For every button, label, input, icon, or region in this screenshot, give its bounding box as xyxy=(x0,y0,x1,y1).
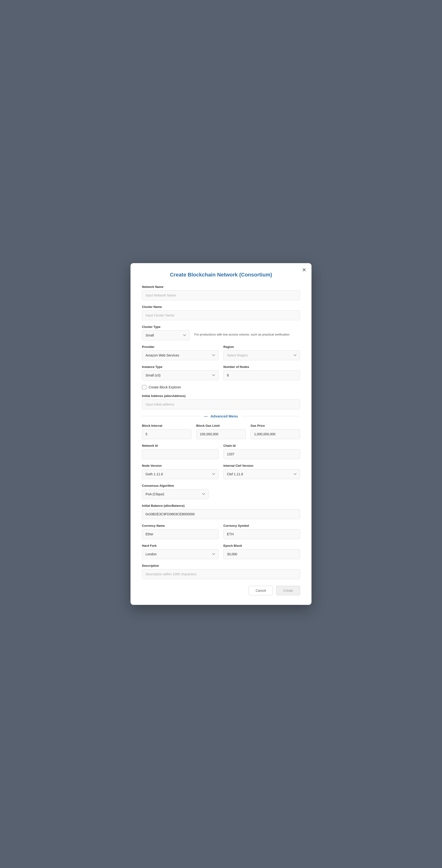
modal-overlay: ✕ Create Blockchain Network (Consortium)… xyxy=(0,0,442,868)
block-gas-limit-group: Block Gas Limit xyxy=(196,424,246,439)
description-label: Description xyxy=(142,564,300,567)
network-chain-row: Network Id Chain Id xyxy=(142,444,300,459)
advanced-menu-divider: — Advanced Menu xyxy=(142,414,300,418)
footer-buttons: Cancel Create xyxy=(142,586,300,595)
network-id-label: Network Id xyxy=(142,444,219,447)
currency-name-label: Currency Name xyxy=(142,524,219,527)
currency-name-group: Currency Name xyxy=(142,524,219,539)
clef-version-group: Internal Clef Version Clef 1.11.6 Clef 1… xyxy=(223,464,300,479)
provider-group: Provider Amazon Web Services Google Clou… xyxy=(142,345,219,360)
provider-label: Provider xyxy=(142,345,219,349)
hardfork-epoch-row: Hard Fork London Berlin Istanbul Shangha… xyxy=(142,544,300,559)
currency-symbol-label: Currency Symbol xyxy=(223,524,300,527)
initial-address-label: Initial Address (allocAddress) xyxy=(142,394,300,398)
epoch-block-label: Epoch Block xyxy=(223,544,300,548)
network-id-group: Network Id xyxy=(142,444,219,459)
provider-region-row: Provider Amazon Web Services Google Clou… xyxy=(142,345,300,360)
consensus-select[interactable]: PoA (Clique) PoW IBFT xyxy=(142,489,209,499)
network-name-input[interactable] xyxy=(142,290,300,300)
region-group: Region Select Region us-east-1 us-west-2… xyxy=(223,345,300,360)
description-group: Description xyxy=(142,564,300,579)
gas-price-input[interactable] xyxy=(251,429,300,439)
clef-version-label: Internal Clef Version xyxy=(223,464,300,467)
node-version-select[interactable]: Geth 1.11.6 Geth 1.10.x xyxy=(142,469,219,479)
network-name-label: Network Name xyxy=(142,285,300,289)
description-input[interactable] xyxy=(142,569,300,579)
block-interval-input[interactable] xyxy=(142,429,191,439)
cluster-type-hint: For productions with low access volume, … xyxy=(194,330,300,337)
initial-address-group: Initial Address (allocAddress) xyxy=(142,394,300,409)
num-nodes-group: Number of Nodes xyxy=(223,365,300,380)
cluster-name-label: Cluster Name xyxy=(142,305,300,309)
hard-fork-group: Hard Fork London Berlin Istanbul Shangha… xyxy=(142,544,219,559)
currency-symbol-group: Currency Symbol xyxy=(223,524,300,539)
chain-id-input[interactable] xyxy=(223,449,300,459)
node-version-group: Node Version Geth 1.11.6 Geth 1.10.x xyxy=(142,464,219,479)
gas-price-label: Gas Price xyxy=(251,424,300,428)
initial-balance-group: Initial Balance (allocBalance) xyxy=(142,504,300,519)
block-interval-group: Block Interval xyxy=(142,424,191,439)
block-explorer-checkbox[interactable] xyxy=(142,385,146,389)
cluster-name-group: Cluster Name xyxy=(142,305,300,320)
cluster-type-group: Cluster Type Small Medium Large For prod… xyxy=(142,325,300,340)
instance-type-group: Instance Type Small (v3) Medium (v3) Lar… xyxy=(142,365,219,380)
initial-balance-label: Initial Balance (allocBalance) xyxy=(142,504,300,507)
modal-title: Create Blockchain Network (Consortium) xyxy=(142,272,300,278)
num-nodes-label: Number of Nodes xyxy=(223,365,300,369)
advanced-menu-text: Advanced Menu xyxy=(211,414,238,418)
network-name-group: Network Name xyxy=(142,285,300,300)
initial-address-input[interactable] xyxy=(142,399,300,409)
block-gas-limit-input[interactable] xyxy=(196,429,246,439)
cluster-name-input[interactable] xyxy=(142,310,300,320)
num-nodes-input[interactable] xyxy=(223,370,300,380)
consensus-label: Consensus Algorithm xyxy=(142,484,300,488)
provider-select[interactable]: Amazon Web Services Google Cloud Azure xyxy=(142,350,219,360)
block-gas-limit-label: Block Gas Limit xyxy=(196,424,246,428)
hard-fork-label: Hard Fork xyxy=(142,544,219,548)
currency-row: Currency Name Currency Symbol xyxy=(142,524,300,539)
consensus-group: Consensus Algorithm PoA (Clique) PoW IBF… xyxy=(142,484,300,499)
region-select[interactable]: Select Region us-east-1 us-west-2 eu-wes… xyxy=(223,350,300,360)
instance-type-select[interactable]: Small (v3) Medium (v3) Large (v3) xyxy=(142,370,219,380)
instance-type-label: Instance Type xyxy=(142,365,219,369)
chain-id-label: Chain Id xyxy=(223,444,300,447)
create-button[interactable]: Create xyxy=(276,586,300,595)
chain-id-group: Chain Id xyxy=(223,444,300,459)
epoch-block-group: Epoch Block xyxy=(223,544,300,559)
cancel-button[interactable]: Cancel xyxy=(249,586,273,595)
hard-fork-select[interactable]: London Berlin Istanbul Shanghai xyxy=(142,549,219,559)
block-explorer-row: Create Block Explorer xyxy=(142,385,300,389)
close-button[interactable]: ✕ xyxy=(302,268,306,273)
epoch-block-input[interactable] xyxy=(223,549,300,559)
instance-nodes-row: Instance Type Small (v3) Medium (v3) Lar… xyxy=(142,365,300,380)
advanced-menu-label[interactable]: — Advanced Menu xyxy=(204,414,238,418)
node-version-label: Node Version xyxy=(142,464,219,467)
modal-container: ✕ Create Blockchain Network (Consortium)… xyxy=(130,263,312,605)
advanced-menu-dash: — xyxy=(204,414,208,418)
currency-name-input[interactable] xyxy=(142,529,219,539)
gas-price-group: Gas Price xyxy=(251,424,300,439)
initial-balance-input[interactable] xyxy=(142,509,300,519)
block-interval-label: Block Interval xyxy=(142,424,191,428)
currency-symbol-input[interactable] xyxy=(223,529,300,539)
cluster-type-select[interactable]: Small Medium Large xyxy=(142,330,190,340)
network-id-input[interactable] xyxy=(142,449,219,459)
block-explorer-label: Create Block Explorer xyxy=(149,385,181,389)
versions-row: Node Version Geth 1.11.6 Geth 1.10.x Int… xyxy=(142,464,300,479)
cluster-type-label: Cluster Type xyxy=(142,325,300,329)
region-label: Region xyxy=(223,345,300,349)
clef-version-select[interactable]: Clef 1.11.6 Clef 1.10.x xyxy=(223,469,300,479)
block-settings-row: Block Interval Block Gas Limit Gas Price xyxy=(142,424,300,439)
